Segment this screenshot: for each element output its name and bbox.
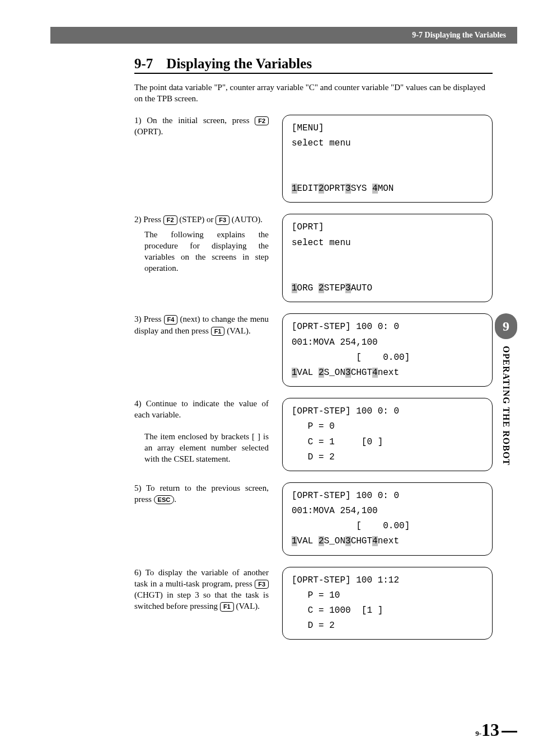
page-line-decoration	[502, 731, 517, 732]
sc3-l2: 001:MOVA 254,100	[292, 337, 378, 348]
page-prefix: 9-	[475, 729, 481, 738]
sc3-son: S_ON	[324, 368, 345, 378]
step-2: 2) Press F2 (STEP) or F3 (AUTO). The fol…	[134, 214, 493, 302]
sc3-l1: [OPRT-STEP] 100 0: 0	[292, 322, 399, 332]
screen-oprt-step-1: [OPRT-STEP] 100 0: 0 001:MOVA 254,100 [ …	[282, 313, 493, 387]
sc5-son: S_ON	[324, 536, 345, 546]
step-3: 3) Press F4 (next) to change the menu di…	[134, 313, 493, 387]
sc6-l4: D = 2	[292, 621, 335, 631]
step-3-text: 3) Press F4 (next) to change the menu di…	[134, 313, 269, 336]
step-4-main: Continue to indicate the value of each v…	[134, 399, 269, 419]
menu-key-3: 3	[345, 184, 351, 194]
step-2-number: 2)	[134, 215, 142, 224]
step-2-text: 2) Press F2 (STEP) or F3 (AUTO). The fol…	[134, 214, 269, 274]
f3-key: F3	[255, 580, 269, 589]
sc3-key-2: 2	[318, 368, 324, 378]
sc6-l1: [OPRT-STEP] 100 1:12	[292, 575, 399, 585]
step-4-text: 4) Continue to indicate the value of eac…	[134, 398, 269, 464]
menu-key-1: 1	[292, 184, 297, 194]
menu-key-2: 2	[318, 184, 324, 194]
sc3-key-3: 3	[345, 368, 351, 378]
sc4-l3: C = 1 [0 ]	[292, 437, 383, 447]
menu-mon: MON	[378, 184, 394, 194]
f3-key: F3	[216, 215, 229, 224]
breadcrumb: 9-7 Displaying the Variables	[412, 31, 506, 40]
step-3-pre: Press	[144, 314, 164, 323]
step-6: 6) To display the variable of another ta…	[134, 567, 493, 640]
oprt-org: ORG	[297, 283, 318, 293]
step-1-text: 1) On the initial screen, press F2 (OPRT…	[134, 115, 269, 138]
step-2-extra: The following explains the procedure for…	[134, 229, 269, 274]
side-tab: 9 OPERATING THE ROBOT	[495, 313, 517, 466]
step-4-number: 4)	[134, 399, 142, 408]
menu-oprt: OPRT	[324, 184, 345, 194]
sc5-l2: 001:MOVA 254,100	[292, 506, 378, 516]
screen-menu-l1: [MENU]	[292, 123, 324, 133]
sc3-l3: [ 0.00]	[292, 353, 410, 363]
screen-oprt-step-2: [OPRT-STEP] 100 0: 0 P = 0 C = 1 [0 ] D …	[282, 398, 493, 471]
step-1: 1) On the initial screen, press F2 (OPRT…	[134, 115, 493, 203]
menu-key-4: 4	[372, 184, 378, 194]
page-num-value: 13	[481, 720, 499, 740]
step-4: 4) Continue to indicate the value of eac…	[134, 398, 493, 471]
f2-key: F2	[163, 215, 177, 224]
sc5-l3: [ 0.00]	[292, 521, 410, 531]
sc6-l3: C = 1000 [1 ]	[292, 605, 383, 616]
sc5-key-4: 4	[372, 536, 378, 546]
screen-oprt-l2: select menu	[292, 238, 351, 248]
oprt-key-3: 3	[345, 283, 351, 293]
step-1-pre: On the initial screen, press	[147, 116, 255, 125]
step-2-pre: Press	[143, 215, 163, 224]
screen-oprt: [OPRT] select menu 1ORG 2STEP3AUTO	[282, 214, 493, 302]
sc5-l1: [OPRT-STEP] 100 0: 0	[292, 491, 399, 501]
menu-sys: SYS	[351, 184, 372, 194]
sc5-key-1: 1	[292, 536, 297, 546]
chapter-badge: 9	[495, 313, 517, 339]
section-title-text: Displaying the Variables	[166, 56, 312, 71]
step-2-mid1: (STEP) or	[177, 215, 216, 224]
oprt-step: STEP	[324, 283, 345, 293]
step-6-text: 6) To display the variable of another ta…	[134, 567, 269, 612]
main-content: 9-7Displaying the Variables The point da…	[134, 56, 493, 651]
sc5-next: next	[378, 536, 399, 546]
step-3-number: 3)	[134, 314, 142, 323]
sc4-l2: P = 0	[292, 421, 335, 431]
step-5-text: 5) To return to the previous screen, pre…	[134, 482, 269, 505]
menu-edit: EDIT	[297, 184, 318, 194]
step-6-pre: To display the variable of another task …	[134, 568, 269, 588]
f4-key: F4	[164, 315, 178, 324]
sc4-l1: [OPRT-STEP] 100 0: 0	[292, 406, 399, 416]
step-1-post: (OPRT).	[134, 127, 163, 136]
sc4-l4: D = 2	[292, 452, 335, 462]
screen-oprt-l1: [OPRT]	[292, 222, 324, 232]
step-5-number: 5)	[134, 483, 142, 492]
step-6-number: 6)	[134, 568, 142, 577]
sc5-key-2: 2	[318, 536, 324, 546]
step-1-number: 1)	[134, 116, 142, 125]
step-4-extra: The item enclosed by brackets [ ] is an …	[134, 431, 269, 465]
page-number: 9-13	[475, 720, 499, 740]
sc3-next: next	[378, 368, 399, 378]
header-bar: 9-7 Displaying the Variables	[50, 27, 517, 44]
step-5: 5) To return to the previous screen, pre…	[134, 482, 493, 556]
sc3-chgt: CHGT	[351, 368, 372, 378]
sc3-val: VAL	[297, 368, 318, 378]
oprt-key-1: 1	[292, 283, 297, 293]
sc5-val: VAL	[297, 536, 318, 546]
step-2-post: (AUTO).	[229, 215, 263, 224]
sc5-chgt: CHGT	[351, 536, 372, 546]
sc3-key-1: 1	[292, 368, 297, 378]
screen-oprt-step-3: [OPRT-STEP] 100 0: 0 001:MOVA 254,100 [ …	[282, 482, 493, 556]
f1-key: F1	[211, 327, 225, 336]
chapter-label: OPERATING THE ROBOT	[501, 346, 511, 466]
step-3-post: (VAL).	[224, 326, 250, 335]
oprt-key-2: 2	[318, 283, 324, 293]
step-5-post: .	[174, 495, 176, 504]
screen-menu-l2: select menu	[292, 138, 351, 148]
intro-text: The point data variable "P", counter arr…	[134, 82, 493, 105]
oprt-auto: AUTO	[351, 283, 372, 293]
sc6-l2: P = 10	[292, 590, 340, 600]
screen-oprt-step-4: [OPRT-STEP] 100 1:12 P = 10 C = 1000 [1 …	[282, 567, 493, 640]
sc3-key-4: 4	[372, 368, 378, 378]
f2-key: F2	[255, 116, 269, 125]
